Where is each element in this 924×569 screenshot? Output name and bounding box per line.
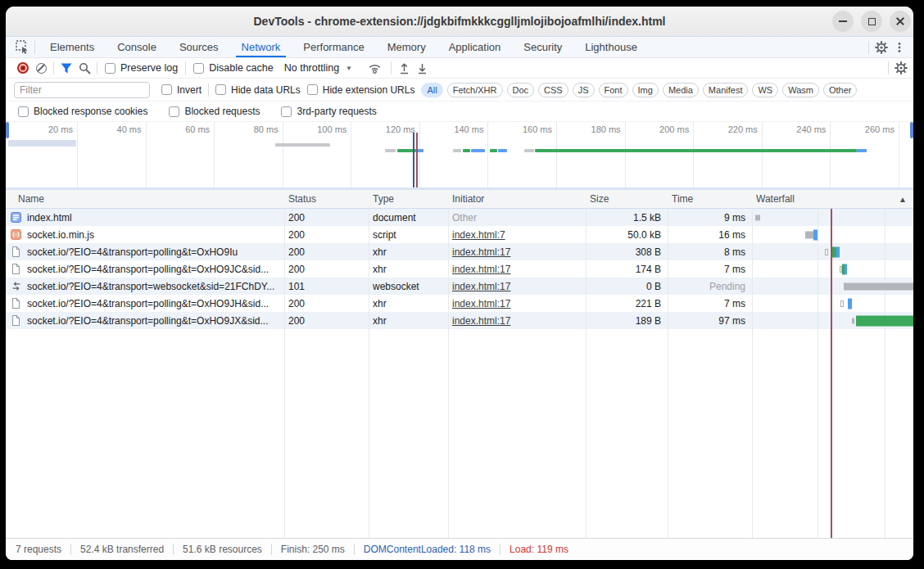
tab-sources[interactable]: Sources	[168, 37, 230, 57]
network-toolbar: Preserve log Disable cache No throttling…	[6, 58, 913, 79]
column-divider[interactable]	[752, 190, 753, 538]
column-header-time[interactable]: Time	[668, 193, 752, 205]
tab-elements[interactable]: Elements	[38, 37, 106, 57]
status-finish: Finish: 250 ms	[272, 544, 354, 555]
network-filter-bar-2: Blocked response cookies Blocked request…	[6, 102, 913, 122]
initiator[interactable]: index.html:17	[452, 315, 510, 327]
column-divider[interactable]	[586, 190, 587, 538]
hide-data-urls-checkbox[interactable]	[215, 84, 226, 95]
tab-network[interactable]: Network	[230, 37, 292, 57]
tab-console[interactable]: Console	[106, 37, 168, 57]
overview-tick-label: 40 ms	[117, 124, 146, 134]
filter-pill-img[interactable]: Img	[632, 83, 659, 97]
overview-gridline	[214, 122, 215, 187]
tab-memory[interactable]: Memory	[376, 37, 437, 57]
initiator[interactable]: index.html:17	[452, 281, 510, 292]
request-row[interactable]: socket.io/?EIO=4&transport=polling&t=OxH…	[6, 243, 913, 260]
waterfall-bar-green[interactable]	[856, 315, 913, 326]
column-header-type[interactable]: Type	[369, 193, 448, 205]
filter-pill-wasm[interactable]: Wasm	[782, 83, 819, 97]
filter-pill-font[interactable]: Font	[599, 83, 628, 97]
overview-handle-right[interactable]	[910, 122, 913, 138]
funnel-icon	[61, 63, 72, 74]
disable-cache-checkbox[interactable]	[193, 63, 204, 74]
more-options-button[interactable]	[890, 38, 908, 56]
column-header-status[interactable]: Status	[284, 193, 369, 205]
column-divider[interactable]	[284, 190, 285, 538]
ws-icon	[11, 281, 21, 291]
filter-pill-ws[interactable]: WS	[752, 83, 778, 97]
waterfall-bar-gray[interactable]	[852, 318, 854, 323]
invert-checkbox[interactable]	[161, 84, 172, 95]
filter-toggle-button[interactable]	[57, 59, 75, 77]
clear-network-log-button[interactable]	[32, 59, 50, 77]
tab-security[interactable]: Security	[512, 37, 573, 57]
export-har-button[interactable]	[413, 59, 431, 77]
overview-tick-label: 20 ms	[48, 124, 77, 134]
blocked-requests-control: Blocked requests	[169, 106, 260, 117]
column-header-name[interactable]: Name	[6, 193, 284, 205]
column-divider[interactable]	[448, 190, 449, 538]
filter-pill-manifest[interactable]: Manifest	[703, 83, 749, 97]
filter-pill-js[interactable]: JS	[573, 83, 595, 97]
request-row[interactable]: index.html200documentOther1.5 kB9 ms	[6, 209, 913, 226]
inspect-element-button[interactable]	[13, 38, 31, 56]
waterfall-bar-gray[interactable]	[805, 231, 813, 238]
tab-application[interactable]: Application	[437, 37, 513, 57]
search-icon	[79, 62, 91, 75]
blocked-cookies-checkbox[interactable]	[18, 106, 29, 117]
filter-pill-doc[interactable]: Doc	[507, 83, 535, 97]
minimize-button[interactable]	[832, 11, 854, 32]
network-settings-button[interactable]	[892, 59, 910, 77]
filter-pill-all[interactable]: All	[421, 83, 442, 97]
search-button[interactable]	[75, 59, 93, 77]
waterfall-bar-gray[interactable]	[844, 282, 913, 290]
request-row[interactable]: socket.io/?EIO=4&transport=polling&t=OxH…	[6, 260, 913, 278]
tab-lighthouse[interactable]: Lighthouse	[573, 37, 649, 57]
third-party-checkbox[interactable]	[281, 106, 292, 117]
filter-pill-media[interactable]: Media	[663, 83, 699, 97]
filter-pill-other[interactable]: Other	[823, 83, 858, 97]
waterfall-bar-blue[interactable]	[848, 298, 852, 309]
request-row[interactable]: socket.io/?EIO=4&transport=polling&t=OxH…	[6, 295, 913, 312]
waterfall-bar-blue[interactable]	[836, 246, 840, 257]
overview-gridline	[419, 122, 420, 187]
network-conditions-button[interactable]	[365, 59, 383, 77]
column-divider[interactable]	[668, 190, 668, 538]
close-button[interactable]	[890, 11, 911, 32]
throttling-dropdown[interactable]: No throttling ▼	[284, 62, 352, 74]
initiator[interactable]: index.html:17	[452, 298, 510, 309]
column-divider[interactable]	[369, 190, 369, 538]
waterfall-bar-gray[interactable]	[755, 215, 760, 220]
request-row[interactable]: socket.io.min.js200scriptindex.html:750.…	[6, 226, 913, 243]
initiator[interactable]: index.html:17	[452, 264, 510, 275]
request-row[interactable]: socket.io/?EIO=4&transport=polling&t=OxH…	[6, 312, 913, 329]
filter-pill-fetch-xhr[interactable]: Fetch/XHR	[447, 83, 503, 97]
record-network-log-button[interactable]	[14, 59, 32, 77]
waterfall-bar-frame[interactable]	[840, 300, 844, 307]
import-har-button[interactable]	[395, 59, 413, 77]
settings-button[interactable]	[872, 38, 890, 56]
initiator[interactable]: index.html:17	[452, 246, 510, 258]
preserve-log-checkbox[interactable]	[105, 63, 116, 74]
filter-input[interactable]	[14, 82, 150, 98]
hide-data-urls-label: Hide data URLs	[231, 84, 301, 96]
maximize-button[interactable]	[861, 11, 882, 32]
request-name: socket.io/?EIO=4&transport=polling&t=OxH…	[27, 315, 268, 327]
waterfall-bar-frame[interactable]	[825, 249, 828, 255]
overview-bar-gray	[385, 149, 396, 152]
column-header-waterfall[interactable]: Waterfall▲	[752, 190, 913, 208]
network-overview-timeline[interactable]: 20 ms40 ms60 ms80 ms100 ms120 ms140 ms16…	[6, 122, 913, 190]
column-header-initiator[interactable]: Initiator	[448, 193, 586, 205]
initiator[interactable]: index.html:7	[452, 229, 505, 241]
maximize-icon	[868, 18, 876, 25]
hide-extension-urls-checkbox[interactable]	[307, 84, 318, 95]
tab-performance[interactable]: Performance	[292, 37, 375, 57]
blocked-requests-checkbox[interactable]	[169, 106, 179, 117]
filter-pill-css[interactable]: CSS	[538, 83, 568, 97]
waterfall-bar-blue[interactable]	[813, 229, 818, 240]
overview-handle-left[interactable]	[6, 122, 9, 138]
column-header-size[interactable]: Size	[586, 193, 668, 205]
waterfall-bar-blue[interactable]	[845, 264, 847, 274]
request-row[interactable]: socket.io/?EIO=4&transport=websocket&sid…	[6, 278, 913, 295]
